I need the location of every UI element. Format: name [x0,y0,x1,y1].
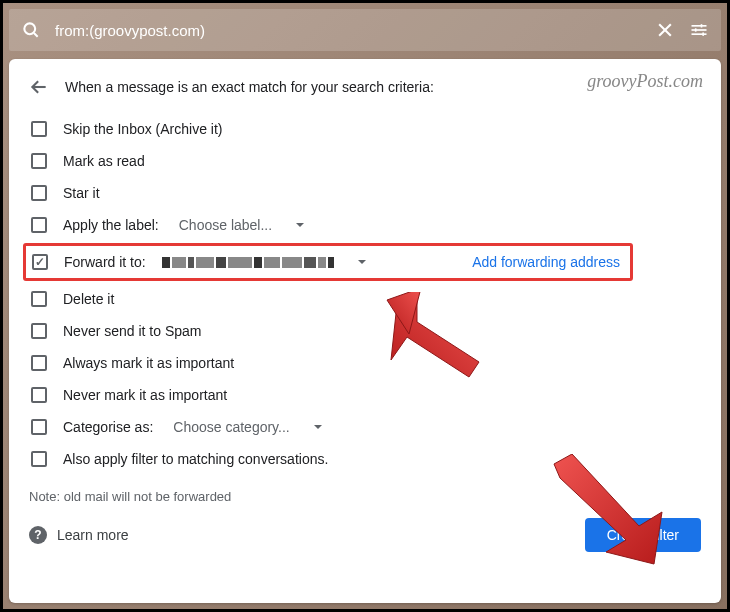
dropdown-apply-label[interactable]: Choose label... [179,217,272,233]
option-star[interactable]: Star it [29,179,701,207]
tune-icon[interactable] [689,20,709,40]
checkbox-never-important[interactable] [31,387,47,403]
option-mark-read[interactable]: Mark as read [29,147,701,175]
checkbox-star[interactable] [31,185,47,201]
note-text: Note: old mail will not be forwarded [29,489,701,504]
label-always-important: Always mark it as important [63,355,234,371]
svg-rect-9 [702,33,704,36]
label-forward: Forward it to: [64,254,146,270]
caret-down-icon[interactable] [314,425,322,429]
label-never-spam: Never send it to Spam [63,323,202,339]
option-forward[interactable]: Forward it to: Add forwarding address [32,248,624,276]
svg-point-0 [24,23,35,34]
footer: ? Learn more Create filter [29,518,701,552]
caret-down-icon[interactable] [296,223,304,227]
search-bar[interactable]: from:(groovypost.com) [9,9,721,51]
checkbox-always-important[interactable] [31,355,47,371]
option-also-apply[interactable]: Also apply filter to matching conversati… [29,445,701,473]
option-apply-label[interactable]: Apply the label: Choose label... [29,211,701,239]
checkbox-delete[interactable] [31,291,47,307]
option-categorise[interactable]: Categorise as: Choose category... [29,413,701,441]
checkbox-forward[interactable] [32,254,48,270]
caret-down-icon[interactable] [358,260,366,264]
checkbox-apply-label[interactable] [31,217,47,233]
search-query[interactable]: from:(groovypost.com) [55,22,641,39]
add-forwarding-link[interactable]: Add forwarding address [472,254,624,270]
checkbox-never-spam[interactable] [31,323,47,339]
checkbox-also-apply[interactable] [31,451,47,467]
label-mark-read: Mark as read [63,153,145,169]
svg-rect-8 [695,28,697,31]
header-text: When a message is an exact match for you… [65,79,434,95]
option-never-important[interactable]: Never mark it as important [29,381,701,409]
checkbox-skip-inbox[interactable] [31,121,47,137]
search-icon [21,20,41,40]
svg-line-1 [34,33,38,37]
learn-more-link[interactable]: ? Learn more [29,526,129,544]
option-never-spam[interactable]: Never send it to Spam [29,317,701,345]
label-categorise: Categorise as: [63,419,153,435]
option-delete[interactable]: Delete it [29,285,701,313]
label-never-important: Never mark it as important [63,387,227,403]
checkbox-categorise[interactable] [31,419,47,435]
back-arrow-icon[interactable] [29,77,49,97]
label-apply-label: Apply the label: [63,217,159,233]
header-row: When a message is an exact match for you… [29,77,701,97]
svg-rect-7 [701,24,703,27]
create-filter-button[interactable]: Create filter [585,518,701,552]
label-delete: Delete it [63,291,114,307]
option-always-important[interactable]: Always mark it as important [29,349,701,377]
filter-options: Skip the Inbox (Archive it) Mark as read… [29,115,701,473]
forward-email-redacted[interactable] [162,257,334,268]
filter-panel: groovyPost.com When a message is an exac… [9,59,721,603]
label-star: Star it [63,185,100,201]
help-icon: ? [29,526,47,544]
close-icon[interactable] [655,20,675,40]
dropdown-categorise[interactable]: Choose category... [173,419,289,435]
label-skip-inbox: Skip the Inbox (Archive it) [63,121,223,137]
checkbox-mark-read[interactable] [31,153,47,169]
option-skip-inbox[interactable]: Skip the Inbox (Archive it) [29,115,701,143]
learn-more-label: Learn more [57,527,129,543]
label-also-apply: Also apply filter to matching conversati… [63,451,328,467]
highlight-box: Forward it to: Add forwarding address [23,243,633,281]
